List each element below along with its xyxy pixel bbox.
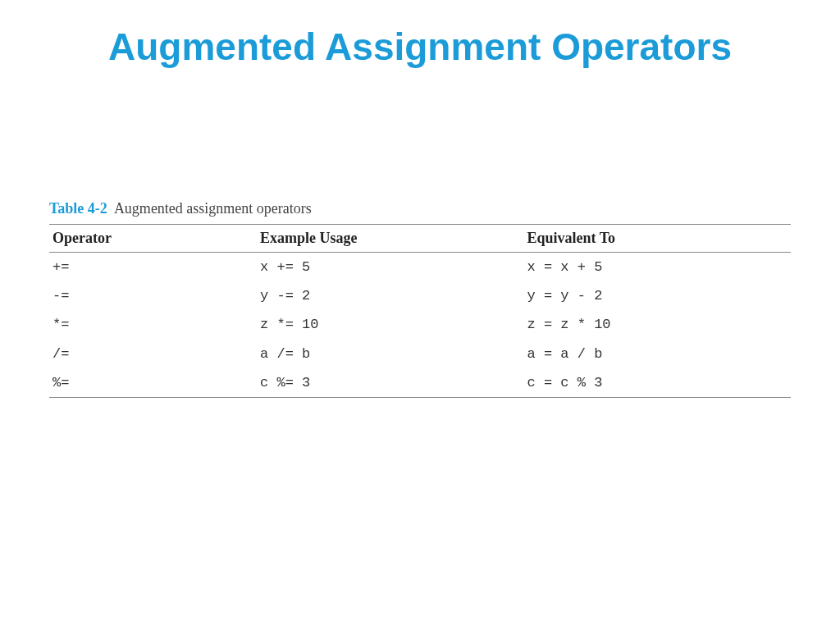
table-row: *= z *= 10 z = z * 10 bbox=[49, 310, 791, 339]
cell-usage: y -= 2 bbox=[257, 281, 523, 310]
cell-equivalent: x = x + 5 bbox=[524, 253, 791, 282]
table-row: %= c %= 3 c = c % 3 bbox=[49, 368, 791, 398]
cell-usage: a /= b bbox=[257, 340, 523, 368]
cell-usage: x += 5 bbox=[257, 253, 523, 282]
header-equivalent: Equivalent To bbox=[524, 225, 791, 253]
cell-operator: += bbox=[49, 253, 257, 282]
cell-operator: -= bbox=[49, 281, 257, 310]
cell-operator: %= bbox=[49, 368, 257, 398]
slide-title: Augmented Assignment Operators bbox=[49, 25, 791, 69]
cell-equivalent: z = z * 10 bbox=[524, 310, 791, 339]
table-caption: Table 4-2 Augmented assignment operators bbox=[49, 200, 791, 217]
table-header-row: Operator Example Usage Equivalent To bbox=[49, 225, 791, 253]
cell-usage: z *= 10 bbox=[257, 310, 523, 339]
cell-usage: c %= 3 bbox=[257, 368, 523, 398]
table-row: -= y -= 2 y = y - 2 bbox=[49, 281, 791, 310]
table-caption-text: Augmented assignment operators bbox=[114, 200, 312, 217]
table-row: /= a /= b a = a / b bbox=[49, 340, 791, 368]
header-operator: Operator bbox=[49, 225, 257, 253]
table-row: += x += 5 x = x + 5 bbox=[49, 253, 791, 282]
operators-table: Operator Example Usage Equivalent To += … bbox=[49, 224, 791, 398]
header-usage: Example Usage bbox=[257, 225, 523, 253]
table-number: Table 4-2 bbox=[49, 200, 107, 217]
cell-operator: /= bbox=[49, 340, 257, 368]
cell-equivalent: y = y - 2 bbox=[524, 281, 791, 310]
cell-equivalent: c = c % 3 bbox=[524, 368, 791, 398]
cell-equivalent: a = a / b bbox=[524, 340, 791, 368]
cell-operator: *= bbox=[49, 310, 257, 339]
